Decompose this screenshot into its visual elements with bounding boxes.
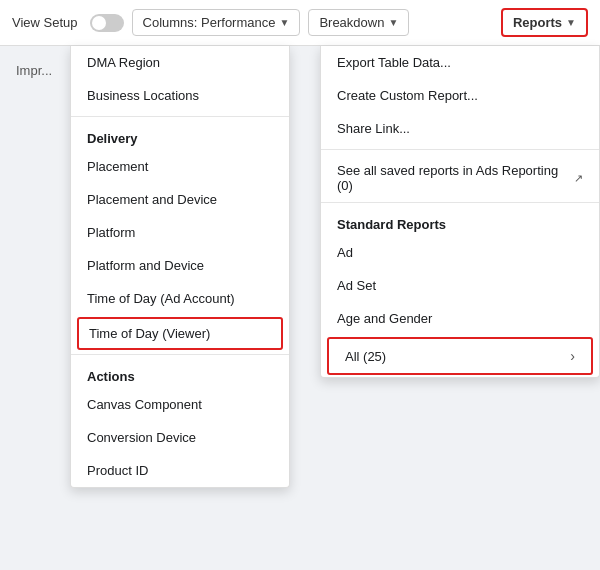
impr-label: Impr... bbox=[16, 63, 52, 78]
dropdown-item-time-of-day-viewer[interactable]: Time of Day (Viewer) bbox=[77, 317, 283, 350]
dropdown-item-placement-device[interactable]: Placement and Device bbox=[71, 183, 289, 216]
columns-button[interactable]: Columns: Performance ▼ bbox=[132, 9, 301, 36]
dropdown-item-time-of-day-account[interactable]: Time of Day (Ad Account) bbox=[71, 282, 289, 315]
dropdown-item-placement[interactable]: Placement bbox=[71, 150, 289, 183]
divider bbox=[71, 116, 289, 117]
reports-label: Reports bbox=[513, 15, 562, 30]
dropdown-item-canvas-component[interactable]: Canvas Component bbox=[71, 388, 289, 421]
all-reports-item[interactable]: All (25) › bbox=[327, 337, 593, 375]
toolbar: View Setup Columns: Performance ▼ Breakd… bbox=[0, 0, 600, 46]
right-divider-1 bbox=[321, 149, 599, 150]
ads-reporting-item[interactable]: See all saved reports in Ads Reporting (… bbox=[321, 154, 599, 203]
left-dropdown: DMA Region Business Locations Delivery P… bbox=[70, 46, 290, 488]
columns-label: Columns: Performance bbox=[143, 15, 276, 30]
breakdown-chevron-icon: ▼ bbox=[388, 17, 398, 28]
dropdown-item-business-locations[interactable]: Business Locations bbox=[71, 79, 289, 112]
report-item-age-gender[interactable]: Age and Gender bbox=[321, 302, 599, 335]
view-setup-toggle[interactable] bbox=[90, 14, 124, 32]
all-reports-label: All (25) bbox=[345, 349, 386, 364]
breakdown-label: Breakdown bbox=[319, 15, 384, 30]
dropdown-item-platform-device[interactable]: Platform and Device bbox=[71, 249, 289, 282]
share-link-item[interactable]: Share Link... bbox=[321, 112, 599, 145]
right-dropdown: Export Table Data... Create Custom Repor… bbox=[320, 46, 600, 378]
export-table-item[interactable]: Export Table Data... bbox=[321, 46, 599, 79]
dropdown-item-dma-region[interactable]: DMA Region bbox=[71, 46, 289, 79]
delivery-section-header: Delivery bbox=[71, 121, 289, 150]
breakdown-button[interactable]: Breakdown ▼ bbox=[308, 9, 409, 36]
chevron-right-icon: › bbox=[570, 348, 575, 364]
dropdown-item-product-id[interactable]: Product ID bbox=[71, 454, 289, 487]
reports-button[interactable]: Reports ▼ bbox=[501, 8, 588, 37]
report-item-ad[interactable]: Ad bbox=[321, 236, 599, 269]
external-link-icon: ↗ bbox=[574, 172, 583, 185]
view-setup-label: View Setup bbox=[12, 15, 78, 30]
divider-2 bbox=[71, 354, 289, 355]
dropdown-item-conversion-device[interactable]: Conversion Device bbox=[71, 421, 289, 454]
main-area: Impr... DMA Region Business Locations De… bbox=[0, 46, 600, 570]
actions-section-header: Actions bbox=[71, 359, 289, 388]
dropdown-item-platform[interactable]: Platform bbox=[71, 216, 289, 249]
standard-reports-header: Standard Reports bbox=[321, 207, 599, 236]
reports-chevron-icon: ▼ bbox=[566, 17, 576, 28]
create-custom-report-item[interactable]: Create Custom Report... bbox=[321, 79, 599, 112]
columns-chevron-icon: ▼ bbox=[279, 17, 289, 28]
report-item-ad-set[interactable]: Ad Set bbox=[321, 269, 599, 302]
